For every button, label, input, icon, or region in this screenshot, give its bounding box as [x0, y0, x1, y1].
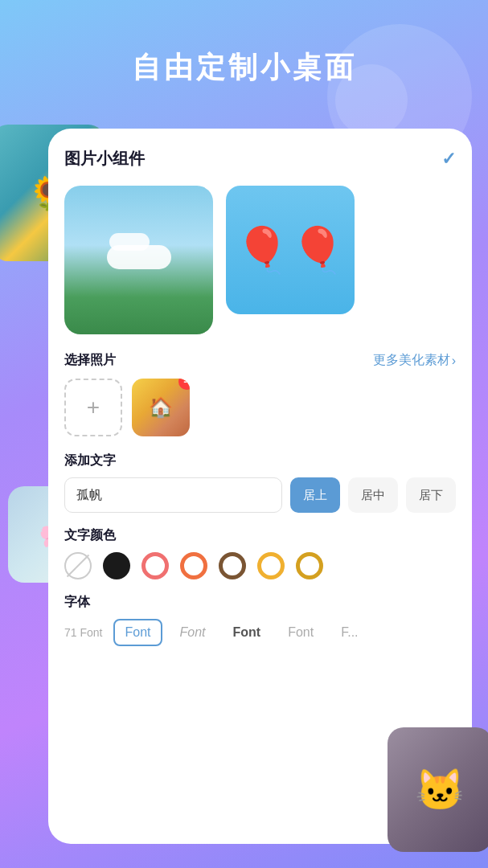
align-middle-button[interactable]: 居中 [348, 477, 398, 513]
color-orange-option[interactable] [180, 552, 207, 579]
widget-previews: 🎈🎈 [64, 186, 456, 334]
align-bottom-button[interactable]: 居下 [406, 477, 456, 513]
widget-preview-balloon[interactable]: 🎈🎈 [226, 186, 355, 314]
font-label: 字体 [64, 594, 456, 611]
more-materials-link[interactable]: 更多美化素材 › [373, 352, 456, 369]
color-brown-option[interactable] [219, 552, 246, 579]
card-header: 图片小组件 ✓ [64, 148, 456, 170]
color-yellow-option[interactable] [257, 552, 285, 579]
add-photo-button[interactable]: + [64, 379, 122, 436]
add-text-label: 添加文字 [64, 452, 456, 469]
color-row [64, 552, 456, 579]
page-title: 自由定制小桌面 [0, 0, 488, 88]
cat-image: 🐱 [388, 727, 488, 852]
font-item-5[interactable]: F... [331, 620, 367, 645]
card-title: 图片小组件 [64, 148, 145, 170]
check-icon[interactable]: ✓ [441, 149, 456, 170]
color-pink-option[interactable] [141, 552, 169, 579]
text-input-row: 居上 居中 居下 [64, 477, 456, 513]
photo-thumb-1[interactable]: 🏠 − [132, 379, 190, 436]
font-count-number: 71 [64, 626, 77, 639]
font-item-4[interactable]: Font [278, 620, 323, 645]
color-none-option[interactable] [64, 552, 92, 579]
widget-preview-sky[interactable] [64, 186, 213, 334]
corner-image-bottom-right: 🐱 [388, 727, 488, 852]
font-item-1[interactable]: Font [113, 619, 162, 646]
balloon-icon: 🎈🎈 [235, 224, 346, 276]
font-count-suffix: Font [80, 626, 102, 639]
photo-row: + 🏠 − [64, 379, 456, 436]
font-section: 字体 71 Font Font Font Font Font F... [64, 594, 456, 646]
color-section: 文字颜色 [64, 527, 456, 579]
font-count: 71 Font [64, 626, 102, 639]
select-photo-label: 选择照片 [64, 352, 116, 369]
font-item-2[interactable]: Font [170, 620, 215, 645]
font-row: 71 Font Font Font Font Font F... [64, 619, 456, 646]
color-black-option[interactable] [103, 552, 130, 579]
text-input-field[interactable] [64, 477, 282, 513]
sky-image [64, 186, 213, 334]
balloon-image: 🎈🎈 [226, 186, 355, 314]
font-item-3[interactable]: Font [223, 620, 271, 645]
select-photo-header: 选择照片 更多美化素材 › [64, 352, 456, 369]
more-arrow-icon: › [452, 354, 456, 368]
more-materials-text: 更多美化素材 [373, 352, 450, 369]
align-top-button[interactable]: 居上 [290, 477, 340, 513]
color-label: 文字颜色 [64, 527, 456, 544]
color-gold-option[interactable] [296, 552, 323, 579]
